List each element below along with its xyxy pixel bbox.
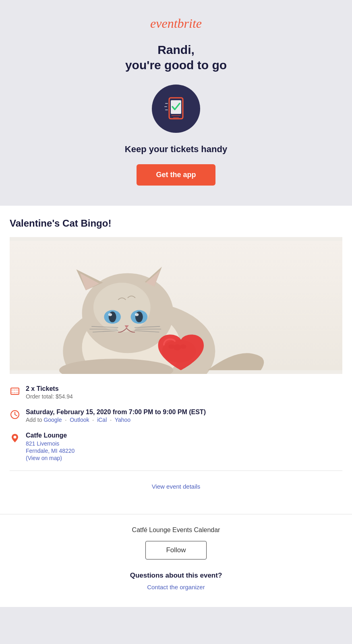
event-date: Saturday, February 15, 2020 from 7:00 PM…	[26, 409, 206, 416]
location-info-content: Catfe Lounge 821 Livernois Ferndale, MI …	[26, 432, 75, 462]
phone-icon-circle	[152, 85, 200, 133]
organizer-section: Catfé Lounge Events Calendar Follow Ques…	[0, 514, 352, 607]
organizer-name: Catfé Lounge Events Calendar	[10, 526, 342, 534]
date-info-content: Saturday, February 15, 2020 from 7:00 PM…	[26, 409, 206, 423]
svg-rect-34	[11, 388, 19, 394]
view-on-map-link[interactable]: (View on map)	[26, 455, 62, 461]
event-title: Valentine's Cat Bingo!	[10, 218, 342, 229]
venue-address2-link[interactable]: Ferndale, MI 48220	[26, 448, 75, 454]
svg-point-21	[135, 313, 139, 316]
date-info-row: Saturday, February 15, 2020 from 7:00 PM…	[10, 409, 342, 423]
location-info-row: Catfe Lounge 821 Livernois Ferndale, MI …	[10, 432, 342, 462]
svg-point-40	[14, 436, 17, 439]
add-to-calendar: Add to Google · Outlook · iCal · Yahoo	[26, 417, 206, 423]
tickets-info-row: 2 x Tickets Order total: $54.94	[10, 385, 342, 400]
clock-icon	[10, 409, 20, 420]
tickets-count: 2 x Tickets	[26, 385, 73, 392]
svg-point-11	[93, 283, 151, 332]
hero-section: eventbrite Randi, you're good to go Keep…	[0, 0, 352, 206]
ical-calendar-link[interactable]: iCal	[97, 417, 107, 423]
phone-check-icon	[162, 95, 190, 123]
keep-tickets-label: Keep your tickets handy	[12, 144, 340, 155]
ticket-icon	[10, 386, 20, 396]
svg-point-20	[108, 313, 112, 316]
outlook-calendar-link[interactable]: Outlook	[70, 417, 89, 423]
event-content-section: Valentine's Cat Bingo!	[0, 206, 352, 514]
follow-button[interactable]: Follow	[145, 541, 206, 559]
google-calendar-link[interactable]: Google	[43, 417, 62, 423]
content-divider	[10, 471, 342, 471]
location-pin-icon	[10, 433, 20, 443]
questions-label: Questions about this event?	[10, 572, 342, 580]
view-event-details-link[interactable]: View event details	[10, 479, 342, 494]
venue-name: Catfe Lounge	[26, 432, 75, 439]
cat-heart-illustration	[10, 237, 342, 374]
contact-organizer-link[interactable]: Contact the organizer	[147, 584, 205, 590]
event-image	[10, 237, 342, 374]
venue-address1-link[interactable]: 821 Livernois	[26, 440, 59, 447]
svg-line-39	[15, 415, 17, 416]
yahoo-calendar-link[interactable]: Yahoo	[115, 417, 130, 423]
order-total: Order total: $54.94	[26, 393, 73, 400]
tickets-info-content: 2 x Tickets Order total: $54.94	[26, 385, 73, 400]
hero-title: Randi, you're good to go	[12, 42, 340, 72]
get-app-button[interactable]: Get the app	[137, 164, 215, 186]
eventbrite-logo: eventbrite	[12, 16, 340, 31]
